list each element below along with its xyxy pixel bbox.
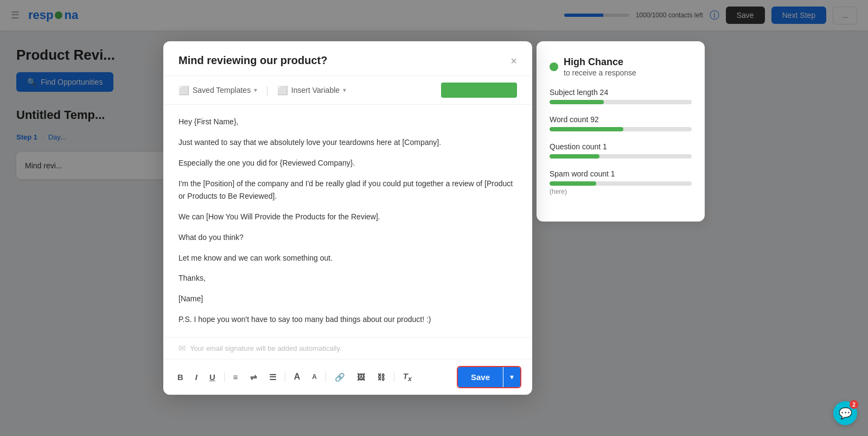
modal-container: Mind reviewing our product? × ⬜ Saved Te… xyxy=(163,41,705,395)
chevron-down-icon: ▾ xyxy=(254,86,257,94)
email-modal: Mind reviewing our product? × ⬜ Saved Te… xyxy=(163,41,532,395)
email-line-6: Let me know and we can work something ou… xyxy=(178,252,517,265)
email-name: [Name] xyxy=(178,293,517,306)
metric-subject-bar xyxy=(550,100,692,104)
metric-subject-fill xyxy=(550,100,604,104)
metric-question-bar xyxy=(550,154,692,159)
high-chance-text: High Chance to receive a response xyxy=(564,56,636,77)
metric-word-bar xyxy=(550,127,692,131)
italic-button[interactable]: I xyxy=(192,371,201,383)
chat-badge: 2 xyxy=(850,400,858,409)
metric-subject-label: Subject length 24 xyxy=(550,88,692,97)
email-line-4: We can [How You Will Provide the Product… xyxy=(178,211,517,224)
image-button[interactable]: 🖼 xyxy=(354,371,368,383)
signature-area: ✉ Your email signature will be added aut… xyxy=(163,338,532,359)
variable-icon: ⬜ xyxy=(277,85,288,96)
metric-spam-note: (here) xyxy=(550,188,692,195)
email-content: Hey {First Name}, Just wanted to say tha… xyxy=(178,116,517,326)
email-line-3: I'm the [Position] of the company and I'… xyxy=(178,178,517,204)
toolbar-sep-4 xyxy=(394,371,394,382)
font-size-small-button[interactable]: A xyxy=(309,371,320,382)
toolbar-sep-3 xyxy=(326,371,326,382)
toolbar-divider: | xyxy=(266,85,269,96)
metric-word-fill xyxy=(550,127,623,131)
metric-word-count: Word count 92 xyxy=(550,115,692,131)
metric-spam-label: Spam word count 1 xyxy=(550,169,692,178)
chevron-down-icon-2: ▾ xyxy=(343,86,346,94)
font-size-button[interactable]: A xyxy=(291,370,304,383)
high-chance-title: High Chance xyxy=(564,56,636,68)
list-button[interactable]: ☰ xyxy=(266,371,279,383)
save-main-button[interactable]: Save xyxy=(458,367,503,387)
metric-spam-fill xyxy=(550,181,596,186)
metric-spam-bar xyxy=(550,181,692,186)
email-thanks: Thanks, xyxy=(178,272,517,285)
toolbar-sep-1 xyxy=(224,371,225,382)
insert-variable-label: Insert Variable xyxy=(291,86,340,94)
metric-question-fill xyxy=(550,154,599,159)
unlink-button[interactable]: ⛓ xyxy=(374,371,388,383)
email-ps: P.S. I hope you won't have to say too ma… xyxy=(178,313,517,326)
signature-text: Your email signature will be added autom… xyxy=(190,344,342,352)
modal-title: Mind reviewing our product? xyxy=(178,54,327,67)
clear-format-button[interactable]: Tx xyxy=(400,370,415,385)
metric-spam-count: Spam word count 1 (here) xyxy=(550,169,692,195)
subject-bar xyxy=(441,83,517,98)
high-chance-sub: to receive a response xyxy=(564,68,636,77)
underline-button[interactable]: U xyxy=(206,371,219,383)
insert-variable-dropdown[interactable]: ⬜ Insert Variable ▾ xyxy=(277,85,346,96)
saved-templates-dropdown[interactable]: ⬜ Saved Templates ▾ xyxy=(178,85,257,96)
side-panel: High Chance to receive a response Subjec… xyxy=(537,41,705,222)
email-line-5: What do you think? xyxy=(178,231,517,244)
metric-question-label: Question count 1 xyxy=(550,142,692,151)
email-greeting: Hey {First Name}, xyxy=(178,116,517,129)
metric-subject-length: Subject length 24 xyxy=(550,88,692,104)
align-left-button[interactable]: ≡ xyxy=(230,371,241,383)
saved-templates-label: Saved Templates xyxy=(193,86,251,94)
link-button[interactable]: 🔗 xyxy=(331,371,348,383)
email-line-2: Especially the one you did for {Reviewed… xyxy=(178,157,517,170)
metric-word-label: Word count 92 xyxy=(550,115,692,124)
close-button[interactable]: × xyxy=(510,55,517,66)
bold-button[interactable]: B xyxy=(174,371,187,383)
modal-header: Mind reviewing our product? × xyxy=(163,41,532,76)
align-right-button[interactable]: ⇌ xyxy=(247,371,260,383)
side-panel-header: High Chance to receive a response xyxy=(550,56,692,77)
metric-question-count: Question count 1 xyxy=(550,142,692,159)
signature-icon: ✉ xyxy=(178,343,186,353)
save-btn-container: Save ▾ xyxy=(457,366,521,388)
email-line-1: Just wanted to say that we absolutely lo… xyxy=(178,136,517,149)
save-dropdown-button[interactable]: ▾ xyxy=(503,367,520,387)
modal-overlay: Mind reviewing our product? × ⬜ Saved Te… xyxy=(0,0,868,436)
email-body[interactable]: Hey {First Name}, Just wanted to say tha… xyxy=(163,105,532,338)
modal-top-toolbar: ⬜ Saved Templates ▾ | ⬜ Insert Variable … xyxy=(163,76,532,105)
toolbar-sep-2 xyxy=(285,371,285,382)
modal-bottom-toolbar: B I U ≡ ⇌ ☰ A A 🔗 🖼 ⛓ Tx Save xyxy=(163,359,532,395)
chat-icon: 💬 xyxy=(839,407,852,420)
high-chance-indicator xyxy=(550,62,558,71)
template-icon: ⬜ xyxy=(178,85,189,96)
chat-bubble[interactable]: 💬 2 xyxy=(833,401,857,425)
